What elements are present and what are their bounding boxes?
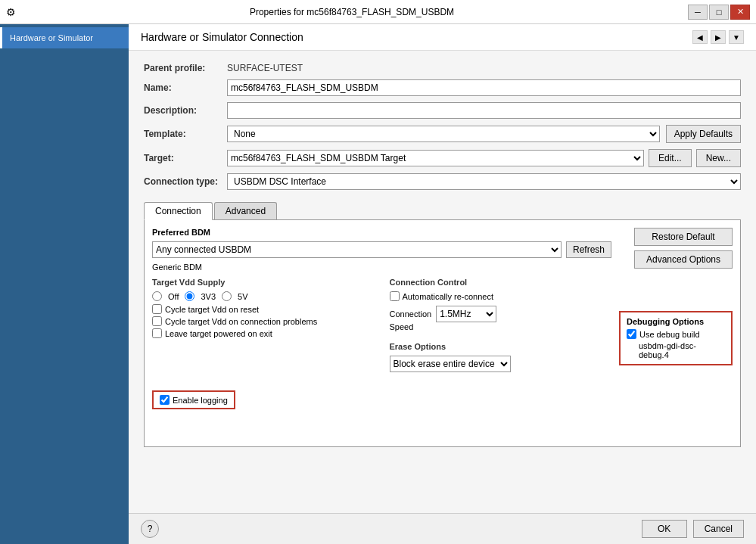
template-label: Template: [144,129,227,139]
leave-target-row: Leave target powered on exit [152,328,375,338]
description-input[interactable] [227,102,741,119]
help-button[interactable]: ? [141,520,159,538]
parent-profile-value: SURFACE-UTEST [227,63,303,73]
dialog-body: Hardware or Simulator Hardware or Simula… [0,24,756,544]
title-bar: ⚙ Properties for mc56f84763_FLASH_SDM_US… [0,0,756,24]
parent-profile-label: Parent profile: [144,63,227,73]
enable-logging-box: Enable logging [152,390,235,409]
nav-arrows: ◀ ▶ ▼ [692,30,744,44]
target-select[interactable]: mc56f84763_FLASH_SDM_USBDM Target [227,150,644,166]
minimize-button[interactable]: ─ [688,5,708,20]
new-button[interactable]: New... [696,149,741,167]
target-vdd-section: Target Vdd Supply Off 3V3 5V [152,278,375,372]
apply-defaults-button[interactable]: Apply Defaults [666,125,741,143]
parent-profile-row: Parent profile: SURFACE-UTEST [144,63,741,73]
description-row: Description: [144,102,741,119]
erase-options-label: Erase Options [390,342,612,351]
description-label: Description: [144,105,227,116]
auto-reconnect-row: Automatically re-connect [390,291,612,301]
cycle-vdd-connection-row: Cycle target Vdd on connection problems [152,316,375,326]
leave-target-label: Leave target powered on exit [165,329,272,338]
bdm-row: Any connected USBDM Refresh [152,241,611,258]
maximize-button[interactable]: □ [709,5,729,20]
section-title: Hardware or Simulator Connection [141,31,303,43]
cycle-vdd-reset-row: Cycle target Vdd on reset [152,304,375,314]
ok-button[interactable]: OK [642,520,687,538]
enable-logging-label: Enable logging [173,396,228,405]
form-area: Parent profile: SURFACE-UTEST Name: Desc… [129,51,756,513]
refresh-button[interactable]: Refresh [566,241,611,258]
edit-button[interactable]: Edit... [649,149,692,167]
use-debug-build-row: Use debug build [627,329,725,339]
target-label: Target: [144,153,227,163]
vdd-off-radio[interactable] [152,291,162,301]
cycle-vdd-connection-label: Cycle target Vdd on connection problems [165,317,317,326]
tabs-container: Connection Advanced Preferred BDM Any co… [144,202,741,447]
debugging-options-box: Debugging Options Use debug build usbdm-… [619,311,733,365]
back-button[interactable]: ◀ [692,30,708,44]
preferred-bdm-label: Preferred BDM [152,228,611,237]
restore-default-button[interactable]: Restore Default [634,228,733,246]
generic-bdm-label: Generic BDM [152,263,611,272]
vdd-5v-radio[interactable] [222,291,232,301]
connection-control-section: Connection Control Automatically re-conn… [390,278,612,372]
template-select[interactable]: None [227,126,660,142]
dialog-footer: ? OK Cancel [129,513,756,544]
bdm-select[interactable]: Any connected USBDM [152,241,562,258]
connection-speed-label: Connection [390,309,432,319]
use-debug-build-label: Use debug build [639,330,700,339]
forward-button[interactable]: ▶ [711,30,726,44]
target-vdd-label: Target Vdd Supply [152,278,375,287]
speed-label: Speed [390,322,612,331]
close-button[interactable]: ✕ [730,5,750,20]
debugging-options-title: Debugging Options [627,317,725,326]
window-title: Properties for mc56f84763_FLASH_SDM_USBD… [16,7,688,17]
enable-logging-checkbox[interactable] [160,395,170,405]
name-row: Name: [144,79,741,96]
leave-target-checkbox[interactable] [152,328,162,338]
app-icon: ⚙ [6,6,16,18]
erase-select[interactable]: Block erase entire device Mass erase Do … [390,356,511,372]
connection-type-select[interactable]: USBDM DSC Interface [227,173,741,190]
cycle-vdd-connection-checkbox[interactable] [152,316,162,326]
main-content: Hardware or Simulator Connection ◀ ▶ ▼ P… [129,24,756,544]
debug-build-value: usbdm-gdi-dsc-debug.4 [639,341,725,359]
tabs: Connection Advanced [144,202,741,220]
name-label: Name: [144,82,227,93]
template-row: Template: None Apply Defaults [144,125,741,143]
speed-select[interactable]: 1.5MHz 3MHz 6MHz [436,306,496,322]
sidebar: Hardware or Simulator [0,24,129,544]
advanced-options-button[interactable]: Advanced Options [634,250,733,269]
sidebar-item-hardware[interactable]: Hardware or Simulator [0,27,129,48]
name-input[interactable] [227,79,741,96]
connection-type-label: Connection type: [144,176,227,187]
vdd-3v3-radio[interactable] [185,291,194,301]
vdd-radio-group: Off 3V3 5V [152,291,375,301]
footer-buttons: OK Cancel [642,520,744,538]
vdd-off-label: Off [168,292,179,301]
enable-logging-container: Enable logging [152,383,733,409]
auto-reconnect-checkbox[interactable] [390,291,400,301]
connection-speed-row: Connection 1.5MHz 3MHz 6MHz [390,306,612,322]
main-header: Hardware or Simulator Connection ◀ ▶ ▼ [129,24,756,51]
auto-reconnect-label: Automatically re-connect [403,292,493,301]
target-row: Target: mc56f84763_FLASH_SDM_USBDM Targe… [144,149,741,167]
connection-type-row: Connection type: USBDM DSC Interface [144,173,741,190]
tab-advanced[interactable]: Advanced [214,202,277,219]
tab-connection[interactable]: Connection [144,202,213,220]
tab-content-connection: Preferred BDM Any connected USBDM Refres… [144,220,741,447]
dropdown-button[interactable]: ▼ [729,30,744,44]
vdd-3v3-label: 3V3 [201,292,216,301]
vdd-5v-label: 5V [238,292,247,301]
use-debug-build-checkbox[interactable] [627,329,636,339]
cancel-button[interactable]: Cancel [693,520,744,538]
cycle-vdd-reset-label: Cycle target Vdd on reset [165,305,259,314]
cycle-vdd-reset-checkbox[interactable] [152,304,162,314]
connection-control-label: Connection Control [390,278,612,287]
